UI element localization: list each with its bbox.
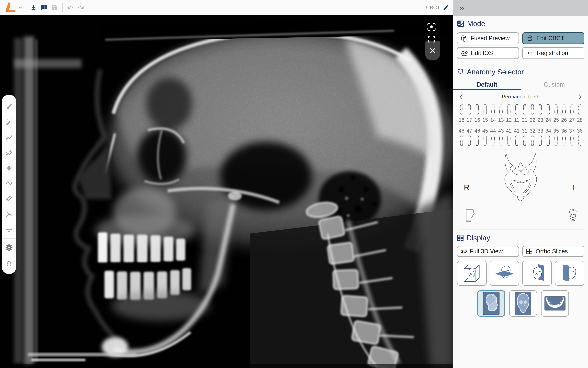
measure-tool-button[interactable]	[2, 191, 17, 206]
tooth-34[interactable]	[544, 135, 552, 149]
rename-scan-button[interactable]	[443, 4, 449, 11]
jaw-anatomy-diagram[interactable]	[495, 151, 546, 201]
tooth-15[interactable]	[481, 101, 489, 116]
tooth-37[interactable]	[568, 135, 576, 149]
tooth-41[interactable]	[513, 135, 521, 149]
polyline-tool-button[interactable]	[2, 130, 17, 145]
tooth-13[interactable]	[497, 101, 505, 116]
edit-cbct-button[interactable]: Edit CBCT	[522, 32, 584, 44]
tooth-number-28: 28	[576, 116, 584, 123]
tooth-47[interactable]	[465, 135, 473, 149]
tooth-36[interactable]	[560, 135, 568, 149]
tooth-number-43: 43	[497, 127, 505, 134]
view-sagittal-button[interactable]	[522, 261, 552, 286]
view-coronal-button[interactable]	[555, 261, 585, 286]
palette-divider	[2, 238, 17, 239]
dentition-prev-button[interactable]	[458, 94, 465, 100]
curve-tool-button[interactable]	[2, 176, 17, 191]
tooth-number-11: 11	[513, 116, 521, 123]
tooth-35[interactable]	[552, 135, 560, 149]
tooth-12[interactable]	[505, 101, 513, 116]
tooth-44[interactable]	[489, 135, 497, 149]
tooth-14[interactable]	[489, 101, 497, 116]
center-view-button[interactable]	[427, 22, 436, 32]
mode-title: Mode	[467, 19, 485, 28]
registration-arrows-icon	[526, 51, 534, 55]
edit-ios-button[interactable]: Edit IOS	[457, 47, 519, 59]
save-icon	[51, 4, 58, 11]
tooth-22[interactable]	[529, 101, 536, 116]
tooth-number-32: 32	[529, 127, 536, 134]
move-tool-button[interactable]	[2, 222, 17, 237]
tooth-33[interactable]	[536, 135, 544, 149]
tooth-31[interactable]	[521, 135, 529, 149]
tooth-38[interactable]	[576, 135, 584, 149]
magic-wand-icon: ✕✕✕	[5, 118, 13, 126]
tooth-28[interactable]	[576, 101, 584, 116]
feedback-button[interactable]	[41, 4, 47, 11]
toolbar-divider	[63, 3, 63, 12]
full-3d-view-button[interactable]: 3D Full 3D View	[457, 246, 519, 257]
chevron-down-icon	[18, 6, 22, 9]
app-logo[interactable]	[4, 2, 17, 13]
snap-merge-tool-button[interactable]	[2, 160, 17, 176]
settings-button[interactable]	[2, 240, 17, 255]
tab-custom[interactable]: Custom	[521, 79, 588, 90]
export-button[interactable]	[30, 4, 37, 11]
collapse-panel-button[interactable]: »	[458, 3, 466, 13]
opacity-tool-button[interactable]	[2, 256, 17, 271]
merge-arrows-icon	[5, 164, 13, 172]
tooth-16[interactable]	[473, 101, 481, 116]
tooth-number-38: 38	[576, 127, 584, 134]
tooth-23[interactable]	[536, 101, 544, 116]
tooth-25[interactable]	[552, 101, 560, 116]
brush-icon	[5, 103, 13, 110]
view-axial-button[interactable]	[490, 261, 519, 286]
tooth-number-46: 46	[473, 127, 481, 134]
registration-button[interactable]: Registration	[522, 47, 584, 59]
view-3d-box-button[interactable]	[457, 261, 487, 286]
undo-button[interactable]	[67, 4, 74, 11]
tooth-11[interactable]	[513, 101, 521, 116]
tooth-45[interactable]	[481, 135, 489, 149]
brush-tool-button[interactable]	[2, 99, 17, 114]
save-button[interactable]	[51, 4, 58, 11]
spline-node-icon	[5, 210, 13, 218]
logo-menu-chevron[interactable]	[18, 6, 22, 9]
soft-tissue-toggle[interactable]	[464, 209, 478, 223]
tooth-18[interactable]	[458, 101, 465, 116]
tooth-17[interactable]	[465, 101, 473, 116]
tooth-21[interactable]	[521, 101, 529, 116]
magic-wand-tool-button[interactable]: ✕✕✕	[2, 114, 17, 129]
tooth-26[interactable]	[560, 101, 568, 116]
lateral-skull-xray-image	[0, 15, 453, 368]
tooth-27[interactable]	[568, 101, 576, 116]
smart-polyline-tool-button[interactable]	[2, 145, 17, 160]
tooth-48[interactable]	[458, 135, 465, 149]
frontal-ceph-button[interactable]	[509, 290, 537, 317]
right-panel: » Mode	[453, 0, 588, 368]
panel-header: »	[453, 0, 588, 16]
tooth-46[interactable]	[473, 135, 481, 149]
dentition-next-button[interactable]	[577, 94, 584, 100]
tab-default[interactable]: Default	[453, 79, 521, 90]
smart-polyline-icon	[5, 149, 13, 156]
tooth-43[interactable]	[497, 135, 505, 149]
tooth-42[interactable]	[505, 135, 513, 149]
tooth-24[interactable]	[544, 101, 552, 116]
missing-tooth-toggle[interactable]	[568, 209, 578, 223]
lateral-ceph-button[interactable]	[477, 290, 505, 317]
close-view-button[interactable]	[425, 41, 440, 60]
panoramic-button[interactable]	[541, 290, 569, 317]
head-axial-plane-icon	[494, 263, 515, 283]
spline-edit-tool-button[interactable]	[2, 206, 17, 222]
redo-button[interactable]	[77, 4, 84, 11]
cbct-viewport[interactable]: ✕✕✕	[0, 15, 453, 368]
tooth-number-37: 37	[568, 127, 576, 134]
fused-preview-button[interactable]: Fused Preview	[457, 32, 519, 44]
edit-cbct-label: Edit CBCT	[536, 35, 564, 42]
panoramic-icon	[544, 295, 566, 311]
ortho-slices-button[interactable]: Ortho Slices	[522, 246, 584, 257]
anatomy-selector-section: Anatomy Selector Default Custom Permanen…	[453, 64, 588, 230]
tooth-32[interactable]	[529, 135, 536, 149]
